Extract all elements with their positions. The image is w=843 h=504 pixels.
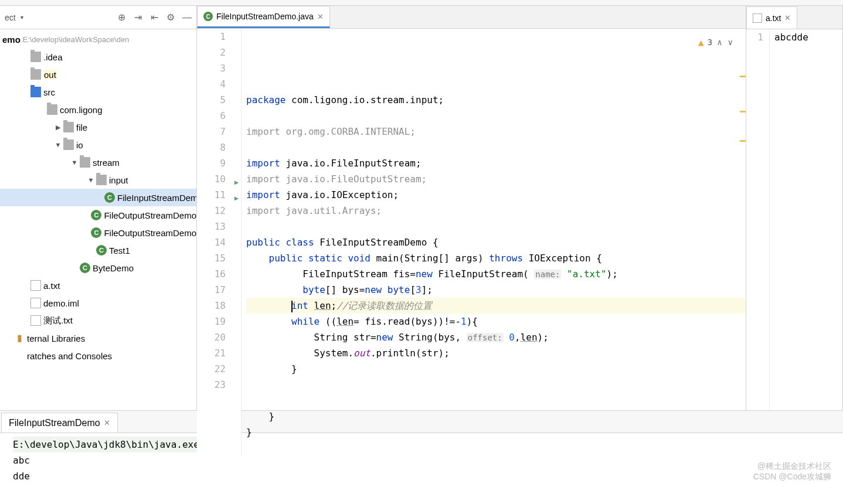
tree-item[interactable]: 测试.txt xyxy=(0,312,196,329)
code-line[interactable]: import java.io.IOException; xyxy=(246,187,746,203)
stripe-warning-mark[interactable] xyxy=(740,140,746,142)
tree-item[interactable]: ▼stream xyxy=(0,154,196,171)
gear-icon[interactable]: ⚙ xyxy=(164,11,178,25)
close-icon[interactable]: ✕ xyxy=(317,12,324,21)
code-line[interactable]: import org.omg.CORBA.INTERNAL; xyxy=(246,124,746,139)
code-line[interactable]: while ((len= fis.read(bys))!=-1){ xyxy=(246,314,746,329)
tab-fileinputstreamdemo[interactable]: C FileInputStreamDemo.java ✕ xyxy=(197,6,330,28)
close-icon[interactable]: ✕ xyxy=(784,13,791,22)
line-number[interactable]: 3 xyxy=(197,60,226,76)
code-body[interactable]: ▲ 3 ∧ ∨ package com.ligong.io.stream.inp… xyxy=(242,29,746,456)
code-body[interactable]: abcdde xyxy=(770,29,842,410)
line-number[interactable]: 15 xyxy=(197,250,226,266)
code-line[interactable]: } xyxy=(246,408,746,424)
tab-atxt[interactable]: a.txt ✕ xyxy=(746,6,797,29)
chevron-down-icon[interactable]: ▾ xyxy=(21,14,23,21)
prev-highlight-icon[interactable]: ∧ xyxy=(716,35,723,50)
line-number[interactable]: 10 xyxy=(197,171,226,187)
code-line[interactable] xyxy=(246,440,746,456)
line-number[interactable]: 9 xyxy=(197,155,226,171)
tree-item[interactable]: ▮ternal Libraries xyxy=(0,329,196,347)
code-line[interactable]: System.out.println(str); xyxy=(246,345,746,361)
code-line[interactable]: FileInputStream fis=new FileInputStream(… xyxy=(246,266,746,282)
code-editor-right[interactable]: 1 abcdde xyxy=(746,29,842,410)
code-line[interactable]: String str=new String(bys, offset: 0,len… xyxy=(246,329,746,345)
tree-item[interactable]: .idea xyxy=(0,48,196,66)
tree-item[interactable]: ▶file xyxy=(0,118,196,136)
code-line[interactable] xyxy=(246,108,746,124)
tree-item[interactable]: CFileOutputStreamDemo xyxy=(0,224,196,241)
tree-item[interactable]: CFileInputStreamDem xyxy=(0,189,196,206)
line-gutter[interactable]: 1 xyxy=(746,29,770,410)
line-number[interactable]: 11 xyxy=(197,187,226,203)
code-line[interactable]: } xyxy=(246,361,746,377)
chevron-down-icon[interactable]: ▼ xyxy=(87,176,95,183)
code-line[interactable] xyxy=(246,393,746,408)
line-number[interactable]: 23 xyxy=(197,377,226,393)
stripe-warning-mark[interactable] xyxy=(740,76,746,77)
chevron-down-icon[interactable]: ▼ xyxy=(54,141,62,148)
run-gutter-icon[interactable]: ▶ xyxy=(234,190,239,206)
tree-item[interactable]: CFileOutputStreamDemo xyxy=(0,206,196,224)
run-tab[interactable]: FileInputStreamDemo ✕ xyxy=(1,413,118,433)
stripe-warning-mark[interactable] xyxy=(740,111,746,113)
code-line[interactable]: import java.util.Arrays; xyxy=(246,203,746,219)
tree-root[interactable]: emo E:\develop\ideaWorkSpace\den xyxy=(0,30,196,48)
line-number[interactable]: 21 xyxy=(197,345,226,361)
locate-icon[interactable]: ⊕ xyxy=(114,11,128,25)
line-number[interactable]: 16 xyxy=(197,266,226,282)
expand-all-icon[interactable]: ⇥ xyxy=(131,11,145,25)
line-number[interactable]: 4 xyxy=(197,76,226,92)
breadcrumb[interactable] xyxy=(0,0,843,6)
hide-icon[interactable]: — xyxy=(180,11,194,25)
tree-item[interactable]: ▼input xyxy=(0,171,196,189)
line-number[interactable]: 2 xyxy=(197,45,226,60)
code-line[interactable]: import java.io.FileInputStream; xyxy=(246,155,746,171)
line-number[interactable]: 6 xyxy=(197,108,226,124)
error-stripe[interactable] xyxy=(739,29,746,456)
code-line[interactable]: public class FileInputStreamDemo { xyxy=(246,234,746,250)
tree-item[interactable]: ▼io xyxy=(0,136,196,154)
code-line[interactable] xyxy=(246,219,746,234)
line-number[interactable]: 5 xyxy=(197,92,226,108)
line-number[interactable]: 22 xyxy=(197,361,226,377)
code-line[interactable]: public static void main(String[] args) t… xyxy=(246,250,746,266)
chevron-down-icon[interactable]: ▼ xyxy=(70,159,79,166)
collapse-all-icon[interactable]: ⇤ xyxy=(147,11,161,25)
line-gutter[interactable]: 123456789▶10▶11121314151617181920212223 xyxy=(197,29,242,456)
tree-item[interactable]: com.ligong xyxy=(0,101,196,118)
project-tree[interactable]: emo E:\develop\ideaWorkSpace\den.ideaout… xyxy=(0,29,196,410)
line-number[interactable]: 12 xyxy=(197,203,226,219)
next-highlight-icon[interactable]: ∨ xyxy=(727,35,734,50)
tree-item[interactable]: a.txt xyxy=(0,277,196,294)
line-number[interactable]: 13 xyxy=(197,219,226,234)
line-number[interactable]: 17 xyxy=(197,282,226,298)
line-number[interactable]: 14 xyxy=(197,234,226,250)
chevron-right-icon[interactable]: ▶ xyxy=(54,124,62,131)
line-number[interactable]: 1 xyxy=(197,29,226,45)
code-line[interactable] xyxy=(246,139,746,155)
tree-item[interactable]: out xyxy=(0,66,196,83)
code-line[interactable] xyxy=(246,377,746,393)
line-number[interactable]: 7 xyxy=(197,124,226,139)
folder-icon xyxy=(30,52,41,62)
line-number[interactable]: 18 xyxy=(197,298,226,314)
tree-item[interactable]: demo.iml xyxy=(0,294,196,312)
inspection-widget[interactable]: ▲ 3 ∧ ∨ xyxy=(698,35,734,50)
tree-item[interactable]: CByteDemo xyxy=(0,259,196,277)
close-icon[interactable]: ✕ xyxy=(104,418,110,427)
line-number[interactable]: 20 xyxy=(197,329,226,345)
code-editor[interactable]: 123456789▶10▶11121314151617181920212223 … xyxy=(197,29,746,456)
project-view-selector[interactable]: ect xyxy=(2,13,18,22)
line-number[interactable]: 19 xyxy=(197,314,226,329)
run-gutter-icon[interactable]: ▶ xyxy=(234,175,239,190)
code-line[interactable]: package com.ligong.io.stream.input; xyxy=(246,92,746,108)
tree-item[interactable]: src xyxy=(0,83,196,101)
code-line[interactable]: } xyxy=(246,424,746,440)
line-number[interactable]: 8 xyxy=(197,139,226,155)
code-line[interactable]: byte[] bys=new byte[3]; xyxy=(246,282,746,298)
code-line[interactable]: import java.io.FileOutputStream; xyxy=(246,171,746,187)
tree-item[interactable]: ratches and Consoles xyxy=(0,347,196,365)
code-line[interactable]: int len;//记录读取数据的位置 xyxy=(246,298,746,314)
tree-item[interactable]: CTest1 xyxy=(0,241,196,259)
